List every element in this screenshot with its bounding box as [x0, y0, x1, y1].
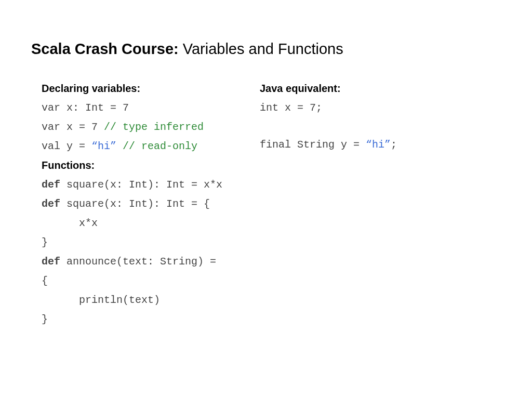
title-bold: Scala Crash Course: [31, 41, 179, 57]
code-line: x*x [42, 217, 260, 229]
code-line: val y = “hi” // read-only [42, 140, 260, 152]
code-keyword: def [42, 198, 60, 210]
code-line: def square(x: Int): Int = x*x [42, 179, 260, 191]
heading-java-equivalent: Java equivalent: [260, 83, 501, 95]
code-keyword: def [42, 256, 60, 268]
code-text: var x = 7 [42, 121, 104, 133]
code-line: final String y = “hi”; [260, 139, 501, 151]
code-string: “hi” [366, 139, 391, 151]
heading-declaring-variables: Declaring variables: [42, 83, 260, 95]
code-line: } [42, 236, 260, 248]
code-line: int x = 7; [260, 102, 501, 114]
code-text: square(x: Int): Int = { [60, 198, 210, 210]
code-line: var x = 7 // type inferred [42, 121, 260, 133]
code-text [116, 140, 123, 152]
spacer [260, 121, 501, 139]
content-columns: Declaring variables: var x: Int = 7 var … [31, 83, 501, 332]
code-text: val y = [42, 140, 91, 152]
code-line: var x: Int = 7 [42, 102, 260, 114]
code-comment: // type inferred [104, 121, 204, 133]
title-rest: Variables and Functions [179, 41, 343, 57]
code-text: square(x: Int): Int = x*x [60, 179, 222, 191]
left-column: Declaring variables: var x: Int = 7 var … [42, 83, 260, 332]
heading-functions: Functions: [42, 159, 260, 171]
code-string: “hi” [91, 140, 116, 152]
code-line: def announce(text: String) = [42, 256, 260, 268]
code-line: { [42, 275, 260, 287]
slide-title: Scala Crash Course: Variables and Functi… [31, 41, 501, 58]
code-text: final String y = [260, 139, 366, 151]
slide: Scala Crash Course: Variables and Functi… [0, 0, 532, 353]
code-comment: // read-only [123, 140, 197, 152]
code-text: ; [391, 139, 397, 151]
code-keyword: def [42, 179, 60, 191]
code-text: announce(text: String) = [60, 256, 216, 268]
right-column: Java equivalent: int x = 7; final String… [260, 83, 501, 332]
code-line: def square(x: Int): Int = { [42, 198, 260, 210]
code-line: println(text) [42, 294, 260, 306]
code-line: } [42, 313, 260, 325]
